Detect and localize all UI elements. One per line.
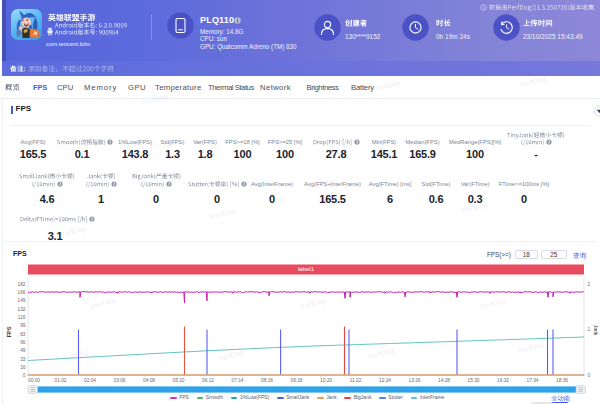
svg-text:11:22: 11:22 bbox=[350, 378, 362, 383]
svg-text:15:30: 15:30 bbox=[467, 378, 479, 383]
svg-text:00:00: 00:00 bbox=[28, 378, 40, 383]
svg-text:01:02: 01:02 bbox=[54, 378, 66, 383]
svg-text:2: 2 bbox=[588, 282, 591, 287]
svg-text:66: 66 bbox=[20, 340, 26, 345]
svg-text:07:14: 07:14 bbox=[231, 378, 243, 383]
svg-text:99: 99 bbox=[20, 323, 26, 328]
svg-text:132: 132 bbox=[17, 307, 25, 312]
svg-text:18:36: 18:36 bbox=[556, 378, 568, 383]
svg-text:1: 1 bbox=[588, 327, 591, 332]
svg-text:83: 83 bbox=[20, 332, 26, 337]
svg-text:Jank: Jank bbox=[593, 325, 599, 336]
svg-text:14:28: 14:28 bbox=[438, 378, 450, 383]
svg-text:0: 0 bbox=[588, 373, 591, 378]
svg-text:02:04: 02:04 bbox=[84, 378, 96, 383]
svg-text:149: 149 bbox=[17, 298, 25, 303]
svg-text:16: 16 bbox=[20, 365, 26, 370]
svg-text:0: 0 bbox=[23, 373, 26, 378]
svg-text:12:24: 12:24 bbox=[379, 378, 391, 383]
svg-text:FPS: FPS bbox=[6, 326, 12, 337]
svg-text:05:10: 05:10 bbox=[172, 378, 184, 383]
svg-text:10:20: 10:20 bbox=[320, 378, 332, 383]
svg-text:17:34: 17:34 bbox=[526, 378, 538, 383]
svg-text:08:16: 08:16 bbox=[261, 378, 273, 383]
svg-text:03:06: 03:06 bbox=[113, 378, 125, 383]
svg-text:33: 33 bbox=[20, 357, 26, 362]
svg-text:06:12: 06:12 bbox=[202, 378, 214, 383]
svg-text:116: 116 bbox=[18, 315, 26, 320]
svg-text:49: 49 bbox=[20, 348, 26, 353]
svg-text:16:32: 16:32 bbox=[497, 378, 509, 383]
svg-text:09:18: 09:18 bbox=[290, 378, 302, 383]
svg-text:13:26: 13:26 bbox=[408, 378, 420, 383]
svg-text:182: 182 bbox=[17, 282, 25, 287]
svg-text:166: 166 bbox=[17, 290, 25, 295]
svg-text:04:08: 04:08 bbox=[143, 378, 155, 383]
